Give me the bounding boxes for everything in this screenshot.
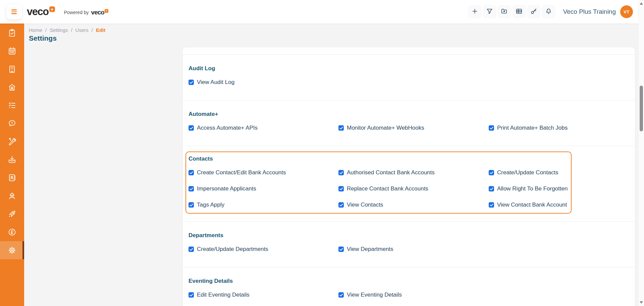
permission-edit-eventing-details: Edit Eventing Details (189, 292, 338, 298)
checkbox[interactable] (338, 247, 344, 252)
scrollbar-down-arrow[interactable] (640, 301, 643, 304)
permission-create-contact-edit-bank-accounts: Create Contact/Edit Bank Accounts (189, 170, 338, 176)
sidebar-item-house-user[interactable] (0, 78, 24, 96)
permission-view-audit-log: View Audit Log (189, 79, 338, 85)
breadcrumb-current: Edit (96, 27, 105, 33)
breadcrumb-separator: / (71, 27, 72, 33)
clipboard-check-icon (8, 29, 16, 37)
plus-icon (471, 8, 478, 16)
comment-alert-icon (8, 119, 16, 128)
sidebar-item-rocket[interactable] (0, 205, 24, 223)
sidebar-item-contact-card[interactable] (0, 169, 24, 187)
checkbox[interactable] (189, 170, 194, 175)
section-eventing-details: Eventing DetailsEdit Eventing DetailsVie… (183, 267, 635, 306)
checkbox[interactable] (189, 202, 194, 208)
checkbox[interactable] (489, 125, 494, 131)
sidebar-item-pound-circle[interactable] (0, 223, 24, 241)
permission-grid: Create/Update DepartmentsView Department… (189, 246, 628, 252)
breadcrumb-link-settings[interactable]: Settings (50, 27, 68, 33)
checkbox[interactable] (338, 292, 344, 298)
checkbox[interactable] (189, 186, 194, 191)
plus-button[interactable] (468, 5, 482, 18)
logo-plus-badge: + (49, 6, 55, 12)
checkbox[interactable] (489, 170, 494, 175)
permission-replace-contact-bank-accounts: Replace Contact Bank Accounts (338, 186, 489, 192)
sidebar-item-calendar[interactable] (0, 42, 24, 60)
key-button[interactable] (527, 5, 541, 18)
section-title: Automate+ (189, 111, 628, 117)
scrollbar-up-arrow[interactable] (640, 2, 643, 5)
permission-label: Allow Right To Be Forgotten (497, 185, 568, 192)
sidebar-item-clipboard-check[interactable] (0, 24, 24, 42)
checkbox[interactable] (338, 170, 344, 175)
house-user-icon (8, 83, 16, 92)
breadcrumb-link-home[interactable]: Home (29, 27, 42, 33)
checkbox[interactable] (338, 125, 344, 131)
table-button[interactable] (513, 5, 526, 18)
sidebar-item-building[interactable] (0, 60, 24, 78)
bell-button[interactable] (542, 5, 555, 18)
app-logo: veco + (27, 6, 55, 18)
permission-create-update-contacts: Create/Update Contacts (489, 170, 571, 176)
sidebar-item-download-tray[interactable] (0, 150, 24, 169)
settings-gear-icon (8, 246, 16, 255)
top-header: veco + Powered by veco + Veco Plus Train… (0, 0, 644, 24)
powered-by-label: Powered by (64, 10, 89, 15)
permission-label: Impersonate Applicants (197, 185, 256, 192)
header-actions: Veco Plus Training VT (468, 5, 644, 18)
checkbox[interactable] (489, 202, 494, 208)
permission-label: View Eventing Details (347, 292, 402, 298)
building-icon (8, 65, 16, 74)
breadcrumb-link-users[interactable]: Users (75, 27, 89, 33)
permission-grid: Create Contact/Edit Bank AccountsAuthori… (189, 170, 571, 208)
permission-label: Monitor Automate+ WebHooks (347, 125, 424, 131)
download-tray-icon (8, 155, 16, 164)
section-title: Departments (189, 232, 628, 238)
powered-by: Powered by veco + (64, 9, 108, 16)
permission-label: Authorised Contact Bank Accounts (347, 169, 435, 176)
permission-label: View Contacts (347, 202, 383, 208)
user-name[interactable]: Veco Plus Training (563, 8, 616, 15)
page-scrollbar[interactable] (638, 0, 644, 306)
permission-print-automate-batch-jobs: Print Automate+ Batch Jobs (489, 125, 628, 131)
permission-label: Create Contact/Edit Bank Accounts (197, 169, 286, 176)
sidebar-item-tools[interactable] (0, 132, 24, 150)
permission-label: View Departments (347, 246, 393, 253)
breadcrumb: Home/Settings/Users/Edit (29, 27, 105, 33)
sidebar-item-comment-alert[interactable] (0, 114, 24, 132)
section-automate: Automate+Access Automate+ APIsMonitor Au… (183, 100, 635, 146)
permission-view-departments: View Departments (338, 246, 489, 252)
permission-label: Access Automate+ APIs (197, 125, 258, 131)
permission-create-update-departments: Create/Update Departments (189, 246, 338, 252)
sidebar-item-settings-gear[interactable] (0, 241, 24, 259)
checkbox[interactable] (338, 186, 344, 191)
hamburger-menu-button[interactable] (6, 4, 22, 19)
permission-view-contacts: View Contacts (338, 202, 489, 208)
scrollbar-thumb[interactable] (640, 86, 643, 131)
permission-view-eventing-details: View Eventing Details (338, 292, 489, 298)
checkbox[interactable] (189, 292, 194, 298)
avatar[interactable]: VT (620, 5, 633, 18)
sidebar-item-engineer[interactable] (0, 187, 24, 205)
checkbox[interactable] (189, 80, 194, 85)
tools-icon (8, 137, 16, 146)
permission-authorised-contact-bank-accounts: Authorised Contact Bank Accounts (338, 170, 489, 176)
checkbox[interactable] (189, 125, 194, 131)
sidebar-item-task-list[interactable] (0, 96, 24, 115)
header-toolbar (468, 5, 555, 18)
breadcrumb-separator: / (45, 27, 47, 33)
permission-label: Replace Contact Bank Accounts (347, 185, 428, 192)
page-title: Settings (29, 34, 57, 42)
section-title: Audit Log (189, 65, 628, 72)
checkbox[interactable] (338, 202, 344, 208)
calendar-icon (8, 47, 16, 55)
folder-download-button[interactable] (498, 5, 511, 18)
section-title: Eventing Details (189, 278, 628, 284)
checkbox[interactable] (189, 247, 194, 252)
permission-label: Create/Update Departments (197, 246, 268, 253)
checkbox[interactable] (489, 186, 494, 191)
permission-label: View Audit Log (197, 79, 234, 86)
filter-button[interactable] (483, 5, 496, 18)
table-icon (516, 8, 523, 16)
permission-label: View Contact Bank Account (497, 202, 567, 208)
